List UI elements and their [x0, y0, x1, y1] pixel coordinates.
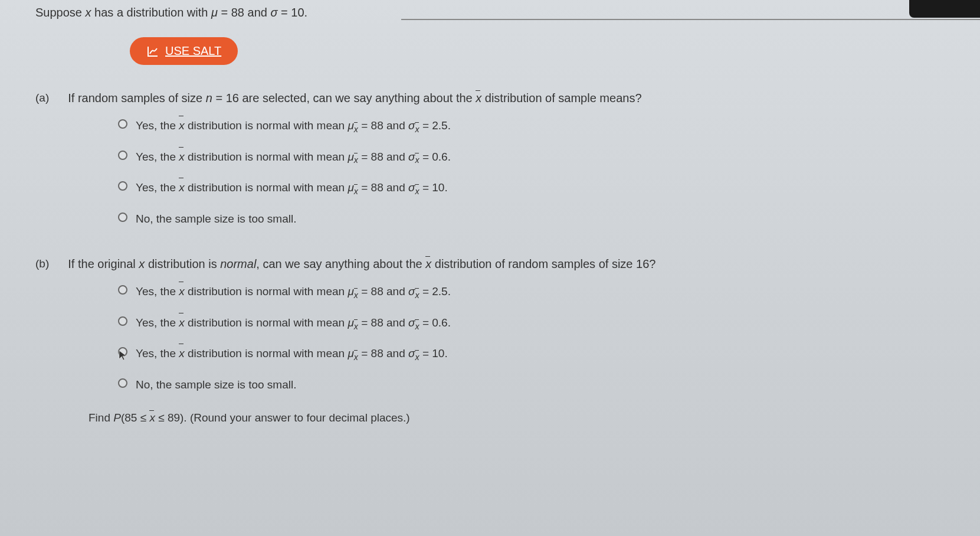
find-open: (85 ≤ — [121, 411, 149, 424]
option-a4-text: No, the sample size is too small. — [136, 210, 296, 228]
oa3-prefix: Yes, the — [136, 181, 179, 194]
ob2-prefix: Yes, the — [136, 316, 179, 329]
oa3-eq2: = 10. — [419, 181, 448, 194]
option-a2-text: Yes, the x distribution is normal with m… — [136, 148, 451, 168]
divider-line — [401, 19, 980, 20]
qa-xbar: x — [476, 91, 481, 105]
ob2-subx2: x — [415, 320, 419, 334]
ob3-mu: μ — [348, 347, 353, 359]
radio-b2[interactable] — [118, 316, 127, 326]
part-a-question: If random samples of size n = 16 are sel… — [68, 91, 641, 104]
window-corner — [909, 0, 980, 18]
oa2-sig: σ — [408, 151, 415, 163]
ob1-subx2: x — [415, 289, 419, 302]
oa1-eq2: = 2.5. — [419, 119, 451, 132]
oa1-mu: μ — [348, 119, 353, 132]
option-b2: Yes, the x distribution is normal with m… — [118, 314, 945, 334]
oa2-mu: μ — [348, 151, 353, 163]
radio-a3[interactable] — [118, 181, 127, 191]
intro-text: Suppose x has a distribution with μ = 88… — [35, 6, 945, 19]
option-a3: Yes, the x distribution is normal with m… — [118, 179, 945, 198]
ob1-sig: σ — [408, 285, 415, 298]
radio-b3[interactable] — [118, 347, 127, 357]
option-a4: No, the sample size is too small. — [118, 210, 945, 228]
intro-eq2: = 10. — [278, 6, 308, 19]
oa2-prefix: Yes, the — [136, 151, 179, 163]
ob3-sig: σ — [408, 347, 415, 359]
find-xbar: x — [149, 411, 155, 424]
radio-b4[interactable] — [118, 378, 127, 388]
ob3-subx2: x — [415, 351, 419, 364]
ob1-eq2: = 2.5. — [419, 285, 451, 298]
ob3-xbar: x — [179, 345, 185, 362]
find-prefix: Find — [89, 411, 113, 424]
qb-prefix: If the original — [68, 257, 139, 270]
option-b1-text: Yes, the x distribution is normal with m… — [136, 283, 451, 302]
ob3-prefix: Yes, the — [136, 347, 179, 359]
option-b4: No, the sample size is too small. — [118, 376, 945, 394]
intro-mu: μ — [211, 6, 218, 19]
oa1-prefix: Yes, the — [136, 119, 179, 132]
ob2-eq2: = 0.6. — [419, 316, 451, 329]
ob3-eq1: = 88 and — [358, 347, 408, 359]
oa1-subx: x — [354, 123, 358, 136]
ob2-xbar: x — [179, 314, 185, 332]
option-a1: Yes, the x distribution is normal with m… — [118, 117, 945, 136]
option-b3: Yes, the x distribution is normal with m… — [118, 345, 945, 364]
qb-normal: normal — [220, 257, 256, 270]
option-b2-text: Yes, the x distribution is normal with m… — [136, 314, 451, 334]
ob3-eq2: = 10. — [419, 347, 448, 359]
intro-prefix: Suppose — [35, 6, 86, 19]
ob3-mid: distribution is normal with mean — [185, 347, 348, 359]
ob2-sig: σ — [408, 316, 415, 329]
part-b-question: If the original x distribution is normal… — [68, 257, 655, 270]
part-a-options: Yes, the x distribution is normal with m… — [118, 117, 945, 228]
part-b: (b) If the original x distribution is no… — [35, 257, 945, 424]
ob2-subx: x — [354, 320, 358, 334]
oa1-eq1: = 88 and — [358, 119, 408, 132]
radio-a2[interactable] — [118, 151, 127, 160]
qa-mid: = 16 are selected, can we say anything a… — [212, 91, 476, 104]
qb-mid1: distribution is — [145, 257, 220, 270]
qa-prefix: If random samples of size — [68, 91, 205, 104]
option-b3-text: Yes, the x distribution is normal with m… — [136, 345, 448, 364]
oa2-subx: x — [354, 153, 358, 167]
intro-mid1: has a distribution with — [91, 6, 211, 19]
oa1-xbar: x — [179, 117, 185, 135]
use-salt-button[interactable]: USE SALT — [130, 37, 238, 65]
oa1-mid: distribution is normal with mean — [185, 119, 348, 132]
ob2-mu: μ — [348, 316, 353, 329]
oa2-mid: distribution is normal with mean — [185, 151, 348, 163]
part-b-options: Yes, the x distribution is normal with m… — [118, 283, 945, 394]
oa3-eq1: = 88 and — [358, 181, 408, 194]
ob1-mu: μ — [348, 285, 353, 298]
option-a2: Yes, the x distribution is normal with m… — [118, 148, 945, 168]
ob2-mid: distribution is normal with mean — [185, 316, 348, 329]
radio-b1[interactable] — [118, 285, 127, 295]
radio-a4[interactable] — [118, 213, 127, 222]
intro-eq1: = 88 and — [218, 6, 271, 19]
cursor-icon — [118, 349, 129, 364]
salt-chart-icon — [146, 45, 159, 58]
ob1-prefix: Yes, the — [136, 285, 179, 298]
oa2-eq1: = 88 and — [358, 151, 408, 163]
oa3-subx2: x — [415, 185, 419, 198]
oa3-mid: distribution is normal with mean — [185, 181, 348, 194]
qb-xbar: x — [425, 257, 431, 271]
ob1-mid: distribution is normal with mean — [185, 285, 348, 298]
intro-sigma: σ — [270, 6, 277, 19]
option-a1-text: Yes, the x distribution is normal with m… — [136, 117, 451, 136]
option-b4-text: No, the sample size is too small. — [136, 376, 296, 394]
find-P: P — [113, 411, 121, 424]
ob3-subx: x — [354, 351, 358, 364]
radio-a1[interactable] — [118, 119, 127, 129]
part-a-label: (a) — [35, 91, 65, 104]
ob1-xbar: x — [179, 283, 185, 300]
find-probability: Find P(85 ≤ x ≤ 89). (Round your answer … — [89, 411, 945, 424]
oa3-subx: x — [354, 185, 358, 198]
ob1-subx: x — [354, 289, 358, 302]
part-a: (a) If random samples of size n = 16 are… — [35, 91, 945, 228]
oa1-subx2: x — [415, 123, 419, 136]
option-a3-text: Yes, the x distribution is normal with m… — [136, 179, 448, 198]
qb-x: x — [139, 257, 145, 270]
